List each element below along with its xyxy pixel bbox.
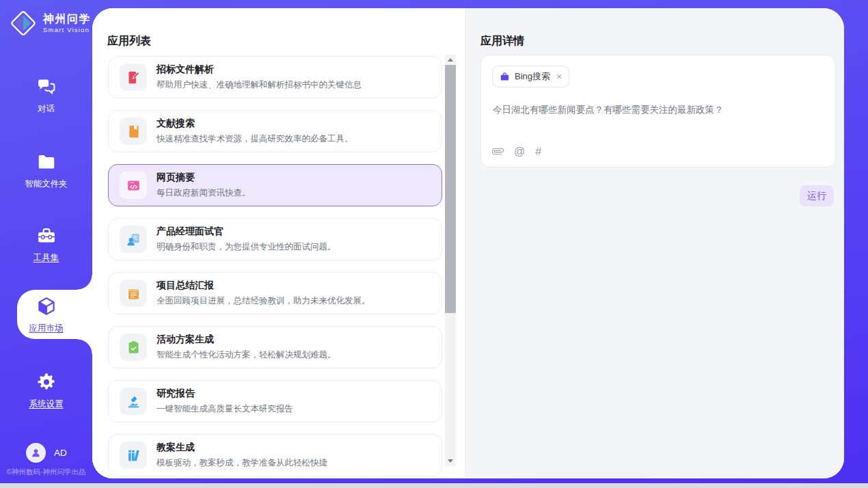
document-pen-icon xyxy=(120,64,147,91)
clipboard-check-icon xyxy=(120,334,147,361)
app-title: 产品经理面试官 xyxy=(157,226,336,238)
app-card-tender-parse[interactable]: 招标文件解析 帮助用户快速、准确地理解和解析招标书中的关键信息 xyxy=(108,56,442,98)
query-input[interactable]: 今日湖北有哪些新闻要点？有哪些需要关注的最新政策？ xyxy=(493,103,824,117)
app-card-pm-interviewer[interactable]: 产品经理面试官 明确身份和职责，为您提供专业性的面试问题。 xyxy=(108,218,442,260)
app-card-lesson-plan[interactable]: 教案生成 模板驱动，教案秒成，教学准备从此轻松快捷 xyxy=(108,434,442,476)
webpage-code-icon xyxy=(120,172,147,199)
scrollbar[interactable] xyxy=(445,55,456,466)
sidebar-item-label: 智能文件夹 xyxy=(25,178,68,190)
active-nav-curve-bottom xyxy=(77,339,92,354)
app-list: 招标文件解析 帮助用户快速、准确地理解和解析招标书中的关键信息 文献搜索 快速精… xyxy=(108,56,442,476)
chat-icon xyxy=(36,77,57,97)
app-title: 网页摘要 xyxy=(157,172,251,184)
app-desc: 智能生成个性化活动方案，轻松解决规划难题。 xyxy=(157,349,336,361)
brand-subtitle: Smart Vision xyxy=(43,26,91,33)
app-title: 活动方案生成 xyxy=(157,334,336,346)
books-icon xyxy=(120,442,147,469)
cube-icon xyxy=(36,296,57,316)
sidebar-item-smart-folder[interactable]: 智能文件夹 xyxy=(0,152,92,190)
brand: 神州问学 Smart Vision xyxy=(9,9,91,38)
run-button[interactable]: 运行 xyxy=(800,185,834,206)
app-title: 教案生成 xyxy=(157,442,327,454)
main-content: 应用列表 招标文件解析 帮助用户快速、准确地理解和解析招标书中的关键信息 xyxy=(92,8,844,478)
sidebar-item-label: 对话 xyxy=(38,103,55,115)
book-icon xyxy=(120,118,147,145)
app-detail-title: 应用详情 xyxy=(480,34,524,49)
app-title: 研究报告 xyxy=(157,388,293,400)
app-card-literature-search[interactable]: 文献搜索 快速精准查找学术资源，提高研究效率的必备工具。 xyxy=(108,110,442,152)
copyright-text: ©神州数码·神州问学出品 xyxy=(0,467,92,477)
sidebar-item-label: 工具集 xyxy=(33,252,59,264)
sidebar-item-label: 应用市场 xyxy=(29,323,64,334)
sidebar-item-toolset[interactable]: 工具集 xyxy=(0,226,92,264)
active-nav-curve-top xyxy=(77,275,92,290)
app-card-project-summary[interactable]: 项目总结汇报 全面回顾项目进展，总结经验教训，助力未来优化发展。 xyxy=(108,272,442,314)
prompt-card: Bing搜索 × 今日湖北有哪些新闻要点？有哪些需要关注的最新政策？ @ # xyxy=(480,55,836,167)
app-card-research-report[interactable]: 研究报告 一键智能生成高质量长文本研究报告 xyxy=(108,380,442,422)
app-title: 文献搜索 xyxy=(157,118,353,130)
scrollbar-down-arrow-icon[interactable] xyxy=(445,456,456,466)
app-desc: 明确身份和职责，为您提供专业性的面试问题。 xyxy=(157,241,336,253)
microscope-icon xyxy=(120,388,147,415)
user-icon xyxy=(30,447,42,459)
toolbox-icon xyxy=(36,226,57,246)
scrollbar-up-arrow-icon[interactable] xyxy=(445,55,456,65)
app-card-event-plan[interactable]: 活动方案生成 智能生成个性化活动方案，轻松解决规划难题。 xyxy=(108,326,442,368)
sidebar-item-label: 系统设置 xyxy=(29,398,64,410)
app-detail-panel: 应用详情 Bing搜索 × 今日湖北有哪些新闻要点？有哪些需要关注的最新政策？ xyxy=(465,8,844,478)
app-card-web-summary[interactable]: 网页摘要 每日政府新闻资讯快查。 xyxy=(108,164,442,206)
gear-icon xyxy=(36,372,57,392)
app-desc: 每日政府新闻资讯快查。 xyxy=(157,187,251,199)
app-title: 招标文件解析 xyxy=(157,64,362,76)
hash-icon[interactable]: # xyxy=(535,146,541,157)
user-initials: AD xyxy=(54,448,67,458)
tool-tag-bing-search[interactable]: Bing搜索 × xyxy=(492,66,569,87)
scrollbar-thumb[interactable] xyxy=(445,65,456,313)
app-desc: 快速精准查找学术资源，提高研究效率的必备工具。 xyxy=(157,133,353,145)
sidebar-item-chat[interactable]: 对话 xyxy=(0,77,92,115)
paperclip-icon[interactable] xyxy=(492,146,504,157)
app-desc: 全面回顾项目进展，总结经验教训，助力未来优化发展。 xyxy=(157,295,370,307)
brand-name: 神州问学 xyxy=(43,13,91,25)
composer-toolbar: @ # xyxy=(492,146,541,157)
avatar xyxy=(26,443,46,463)
close-icon[interactable]: × xyxy=(556,72,562,81)
user-profile[interactable]: AD xyxy=(26,443,67,463)
sidebar-item-app-market[interactable]: 应用市场 xyxy=(0,296,92,334)
app-title: 项目总结汇报 xyxy=(157,280,370,292)
app-list-title: 应用列表 xyxy=(107,34,151,49)
interviewer-icon xyxy=(120,226,147,253)
at-sign-icon[interactable]: @ xyxy=(514,146,525,157)
app-desc: 帮助用户快速、准确地理解和解析招标书中的关键信息 xyxy=(157,79,362,91)
tool-tag-label: Bing搜索 xyxy=(515,70,550,83)
memo-icon xyxy=(120,280,147,307)
app-desc: 模板驱动，教案秒成，教学准备从此轻松快捷 xyxy=(157,457,327,469)
folder-icon xyxy=(36,152,57,172)
sidebar-item-system-settings[interactable]: 系统设置 xyxy=(0,372,92,410)
briefcase-icon xyxy=(500,72,510,82)
window-bottom-edge xyxy=(0,483,868,488)
app-list-panel: 应用列表 招标文件解析 帮助用户快速、准确地理解和解析招标书中的关键信息 xyxy=(92,8,465,478)
brand-logo-icon xyxy=(9,9,38,38)
app-desc: 一键智能生成高质量长文本研究报告 xyxy=(157,403,293,415)
